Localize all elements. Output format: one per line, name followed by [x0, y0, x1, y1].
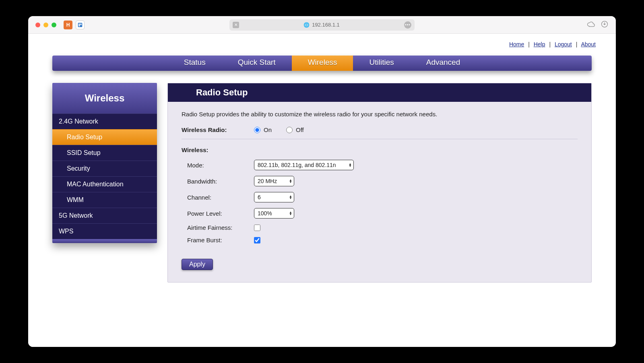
app-icon-trello[interactable] [76, 21, 85, 29]
address-bar[interactable]: ✕ 🌐 192.168.1.1 ••• [229, 19, 415, 31]
link-logout[interactable]: Logout [555, 41, 572, 47]
tab-quick-start[interactable]: Quick Start [222, 56, 292, 71]
link-help[interactable]: Help [534, 41, 545, 47]
apply-button[interactable]: Apply [182, 259, 213, 270]
url-text: 192.168.1.1 [312, 22, 340, 28]
sidebar-item-ssid-setup[interactable]: SSID Setup [52, 145, 157, 161]
radio-off-input[interactable] [286, 127, 293, 133]
svg-rect-0 [78, 23, 83, 27]
sidebar-title: Wireless [52, 83, 157, 113]
power-label: Power Level: [182, 210, 254, 217]
sidebar-footer [52, 239, 157, 243]
channel-select[interactable]: 6 ▲▼ [254, 192, 294, 202]
sidebar: Wireless 2.4G Network Radio Setup SSID S… [52, 83, 157, 243]
main-panel: Radio Setup Radio Setup provides the abi… [167, 83, 592, 283]
sidebar-item-wmm[interactable]: WMM [52, 192, 157, 208]
link-about[interactable]: About [581, 41, 596, 47]
divider [182, 139, 578, 139]
svg-rect-1 [79, 23, 80, 26]
radio-on-option[interactable]: On [254, 126, 272, 133]
channel-label: Channel: [182, 194, 254, 201]
site-settings-icon[interactable]: ✕ [233, 22, 239, 28]
cloud-icon[interactable] [587, 20, 595, 30]
channel-value: 6 [258, 194, 261, 200]
downloads-icon[interactable] [601, 20, 609, 30]
close-window-icon[interactable] [35, 23, 40, 27]
mode-label: Mode: [182, 162, 254, 169]
minimize-window-icon[interactable] [43, 23, 48, 27]
sidebar-item-mac-auth[interactable]: MAC Authentication [52, 176, 157, 192]
window-controls [35, 23, 56, 27]
app-icon-h[interactable]: H [64, 21, 72, 29]
page-viewport: Home | Help | Logout | About Status Quic… [28, 34, 616, 347]
frame-burst-label: Frame Burst: [182, 237, 254, 243]
power-select[interactable]: 100% ▲▼ [254, 208, 294, 219]
wireless-radio-label: Wireless Radio: [182, 126, 254, 133]
bandwidth-select[interactable]: 20 MHz ▲▼ [254, 176, 294, 186]
select-arrows-icon: ▲▼ [349, 163, 352, 167]
svg-rect-2 [80, 23, 82, 25]
page-title: Radio Setup [168, 83, 591, 102]
sidebar-item-5g[interactable]: 5G Network [52, 208, 157, 223]
tab-utilities[interactable]: Utilities [353, 56, 410, 71]
power-value: 100% [258, 210, 272, 217]
wireless-section-label: Wireless: [182, 146, 578, 153]
radio-on-input[interactable] [254, 127, 260, 133]
browser-toolbar: H ✕ 🌐 192.168.1.1 ••• [28, 16, 616, 34]
sidebar-item-24g[interactable]: 2.4G Network [52, 113, 157, 129]
radio-off-option[interactable]: Off [286, 126, 304, 133]
mode-select[interactable]: 802.11b, 802.11g, and 802.11n ▲▼ [254, 160, 354, 170]
frame-burst-checkbox[interactable] [254, 237, 260, 243]
tab-status[interactable]: Status [168, 56, 222, 71]
link-home[interactable]: Home [509, 41, 524, 47]
sidebar-item-radio-setup[interactable]: Radio Setup [52, 129, 157, 145]
bandwidth-label: Bandwidth: [182, 178, 254, 185]
page-actions-icon[interactable]: ••• [404, 21, 411, 29]
tab-advanced[interactable]: Advanced [410, 56, 477, 71]
select-arrows-icon: ▲▼ [289, 211, 292, 215]
globe-icon: 🌐 [303, 22, 310, 28]
top-links: Home | Help | Logout | About [44, 41, 600, 47]
maximize-window-icon[interactable] [52, 23, 56, 27]
sidebar-item-wps[interactable]: WPS [52, 223, 157, 239]
tab-wireless[interactable]: Wireless [292, 56, 353, 71]
radio-on-label: On [264, 126, 272, 133]
select-arrows-icon: ▲▼ [289, 179, 292, 183]
airtime-checkbox[interactable] [254, 225, 260, 231]
toolbar-app-icons: H [64, 21, 85, 29]
radio-off-label: Off [296, 126, 304, 133]
bandwidth-value: 20 MHz [258, 178, 277, 184]
browser-window: H ✕ 🌐 192.168.1.1 ••• Home | Help [28, 16, 616, 347]
airtime-label: Airtime Fairness: [182, 224, 254, 231]
wireless-radio-group: On Off [254, 126, 304, 133]
sidebar-item-security[interactable]: Security [52, 161, 157, 176]
mode-value: 802.11b, 802.11g, and 802.11n [258, 162, 336, 168]
main-nav: Status Quick Start Wireless Utilities Ad… [52, 56, 592, 71]
select-arrows-icon: ▲▼ [289, 195, 292, 199]
page-description: Radio Setup provides the ability to cust… [182, 111, 578, 118]
